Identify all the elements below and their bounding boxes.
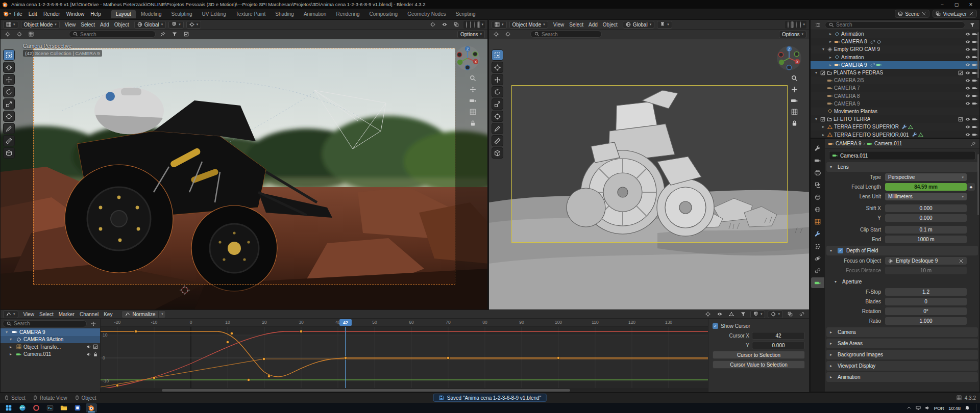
notifications-icon[interactable] — [965, 405, 970, 410]
tab-object-data[interactable] — [811, 277, 824, 288]
viewport-menu[interactable]: Add — [97, 21, 112, 28]
ratio-field[interactable]: 1.000 — [885, 317, 967, 325]
tool-toggle-1[interactable] — [3, 31, 12, 38]
outliner-row[interactable]: ▾Empty GIRO CAM 9 — [811, 45, 979, 53]
workspace-tab[interactable]: Sculpting — [166, 10, 197, 18]
outliner-row-active[interactable]: ▸CAMERA 9 — [811, 61, 979, 69]
cursor-value-to-selection-button[interactable]: Cursor Value to Selection — [713, 360, 805, 369]
menubar-menu[interactable]: File — [11, 10, 26, 18]
normalize-options-dropdown[interactable]: ▾ — [159, 311, 166, 318]
focus-object-field[interactable]: Empty Desfoque 9 — [885, 257, 967, 265]
render-visibility-icon[interactable] — [972, 32, 977, 37]
viewport-search-input[interactable] — [542, 32, 598, 37]
filter-funnel-icon[interactable] — [170, 31, 179, 38]
add-cube-tool[interactable] — [492, 147, 503, 159]
shield-icon[interactable] — [182, 31, 191, 38]
rotate-tool[interactable] — [492, 86, 503, 97]
exclude-checkbox-icon[interactable] — [958, 70, 963, 75]
render-visibility-icon[interactable] — [972, 47, 977, 52]
saved-notification[interactable]: Saved "Anima cena 1-2-3-6-8-9 v1.blend" — [433, 394, 547, 402]
outliner-row[interactable]: ▸Animation — [811, 54, 979, 61]
close-button[interactable]: ✕ — [964, 0, 978, 9]
current-frame-indicator[interactable]: 42 — [339, 319, 352, 326]
outliner-row[interactable]: CAMERA 8 — [811, 92, 979, 100]
navigation-gizmo[interactable]: Z X — [776, 45, 802, 71]
focal-length-field[interactable]: 84.59 mm — [885, 183, 967, 191]
tool-toggle-2[interactable] — [15, 31, 24, 38]
render-visibility-icon[interactable] — [972, 70, 977, 75]
select-box-tool[interactable] — [492, 49, 503, 61]
move-tool[interactable] — [3, 74, 15, 85]
menubar-menu[interactable]: Help — [87, 10, 104, 18]
lock-icon[interactable] — [93, 352, 98, 357]
rotate-tool[interactable] — [3, 86, 15, 97]
workspace-tab[interactable]: Rendering — [331, 10, 364, 18]
volume-icon[interactable] — [925, 405, 930, 410]
minimize-button[interactable]: – — [935, 0, 949, 9]
show-gizmo-toggle[interactable] — [428, 21, 437, 29]
render-visibility-icon[interactable] — [972, 124, 977, 130]
workspace-tab[interactable]: Layout — [111, 10, 136, 18]
hide-icon[interactable] — [965, 78, 970, 83]
collapsed-panel-header[interactable]: ▸Background Images — [826, 350, 978, 359]
render-visibility-icon[interactable] — [972, 39, 977, 44]
workspace-tab[interactable]: Shading — [271, 10, 299, 18]
viewlayer-unlink-icon[interactable] — [969, 11, 974, 16]
outliner-row[interactable]: Movimento Plantas — [811, 108, 979, 115]
add-cube-tool[interactable] — [3, 147, 15, 159]
viewport-menu[interactable]: View — [62, 21, 79, 28]
render-visibility-icon[interactable] — [972, 101, 977, 106]
show-hidden-toggle[interactable] — [715, 311, 724, 318]
pan-hand-icon[interactable] — [791, 86, 798, 93]
dof-checkbox[interactable]: ✓ — [838, 248, 843, 253]
collapsed-panel-header[interactable]: ▸Camera — [826, 327, 978, 337]
transform-orientation-dropdown[interactable]: Global▾ — [134, 21, 166, 29]
shading-options-chevron[interactable]: ▾ — [803, 22, 805, 27]
tab-physics[interactable] — [811, 253, 824, 264]
workspace-tab[interactable]: Texture Paint — [231, 10, 270, 18]
viewport-menu[interactable]: Add — [586, 21, 600, 28]
blades-field[interactable]: 0 — [885, 298, 967, 305]
tab-scene[interactable] — [811, 192, 824, 202]
collapsed-panel-header[interactable]: ▸Animation — [826, 372, 978, 382]
language-indicator[interactable]: POR — [934, 405, 945, 411]
graph-plot[interactable]: 100-10 — [101, 327, 708, 388]
maximize-button[interactable]: ▢ — [949, 0, 964, 9]
clip-start-field[interactable]: 0.1 m — [885, 226, 967, 234]
outliner-search[interactable] — [825, 21, 965, 29]
tab-tool[interactable] — [811, 143, 824, 153]
blender-taskbar-icon[interactable] — [86, 403, 97, 412]
scene-unlink-icon[interactable] — [921, 11, 926, 16]
graph-menu[interactable]: Key — [101, 311, 115, 318]
copy-keyframes-icon[interactable] — [786, 311, 795, 318]
tab-constraints[interactable] — [811, 265, 824, 276]
datablock-name-field[interactable]: Camera.011 — [829, 151, 975, 160]
zoom-icon[interactable] — [470, 75, 476, 82]
channel-row-action[interactable]: ▾CAMERA 9Action — [1, 336, 100, 344]
hide-icon[interactable] — [965, 47, 970, 52]
outliner-scrollbar[interactable] — [977, 32, 979, 78]
normalize-toggle[interactable]: Normalize — [121, 311, 159, 318]
shading-solid-button[interactable] — [791, 21, 794, 28]
cursor-x-field[interactable]: 42 — [752, 332, 805, 340]
hide-icon[interactable] — [965, 62, 970, 67]
channels-search-input[interactable] — [14, 321, 83, 326]
measure-tool[interactable] — [3, 135, 15, 146]
viewport-menu[interactable]: Object — [112, 21, 132, 28]
viewport-options-dropdown[interactable]: Options▾ — [779, 31, 806, 38]
workspace-tab[interactable]: Scripting — [451, 10, 480, 18]
shading-solid-button[interactable] — [469, 21, 472, 28]
shading-rendered-button[interactable] — [477, 21, 480, 28]
show-cursor-checkbox[interactable]: ✓ — [713, 323, 718, 329]
render-visibility-icon[interactable] — [972, 117, 977, 122]
viewport-left-canvas[interactable]: Camera Perspective (42) Scene Collection… — [1, 39, 487, 310]
viewport-menu[interactable]: Select — [567, 21, 586, 28]
graph-hscrollbar-thumb[interactable] — [162, 389, 570, 392]
viewport-options-dropdown[interactable]: Options▾ — [457, 31, 485, 38]
move-tool[interactable] — [492, 74, 503, 85]
tab-output[interactable] — [811, 167, 824, 178]
panel-depth-of-field[interactable]: ▾✓Depth of Field — [826, 246, 978, 255]
filter-flag-icon[interactable] — [158, 31, 167, 38]
workspace-tab[interactable]: Geometry Nodes — [403, 10, 451, 18]
xray-toggle[interactable] — [452, 21, 461, 29]
